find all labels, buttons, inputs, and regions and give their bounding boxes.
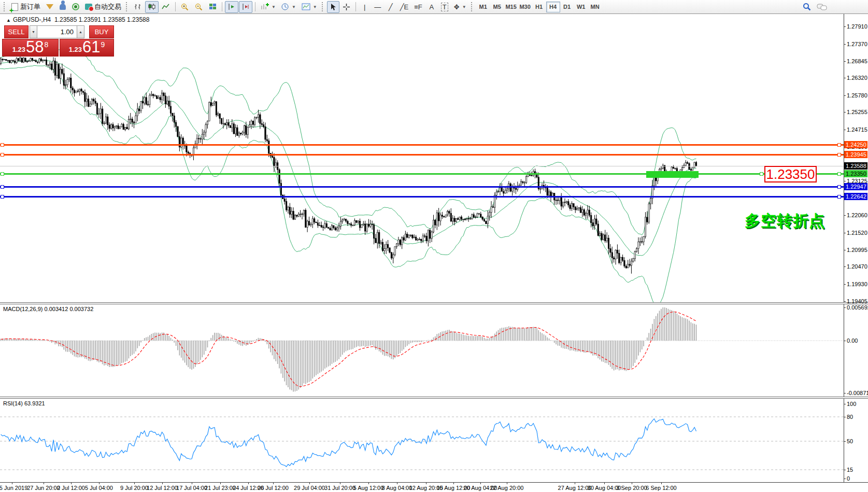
timeframe-m1-button[interactable]: M1 <box>476 2 490 12</box>
hline-handle[interactable] <box>837 195 841 199</box>
candle-body <box>296 215 297 216</box>
channel-button[interactable]: ╱E <box>397 1 411 13</box>
zoom-out-button[interactable] <box>192 1 206 13</box>
crosshair-button[interactable] <box>340 1 353 13</box>
timeframe-mn-button[interactable]: MN <box>588 2 602 12</box>
time-axis[interactable]: 25 Jun 201927 Jun 20:002 Jul 12:005 Jul … <box>0 482 868 492</box>
timeframe-d1-button[interactable]: D1 <box>560 2 574 12</box>
time-axis-tick <box>12 483 12 484</box>
candle-body <box>473 215 474 217</box>
panel-separator[interactable] <box>0 302 868 304</box>
hline-1.22947[interactable] <box>0 186 844 188</box>
candle-body <box>266 139 267 141</box>
volume-decrease-button[interactable]: ▼ <box>30 25 37 38</box>
timeframe-m5-button[interactable]: M5 <box>490 2 504 12</box>
support-highlight-rect[interactable] <box>646 171 699 178</box>
macd-indicator-panel[interactable] <box>0 304 844 397</box>
templates-button[interactable]: ▼ <box>299 1 320 13</box>
hline-handle[interactable] <box>837 185 841 189</box>
periods-button[interactable]: ▼ <box>279 1 298 13</box>
timeframe-w1-button[interactable]: W1 <box>574 2 588 12</box>
hline-handle[interactable] <box>837 153 841 157</box>
arrows-button[interactable]: ✥▼ <box>451 1 469 13</box>
toolbar-grip[interactable] <box>471 2 474 11</box>
candle-body <box>377 232 378 243</box>
hline-handle[interactable] <box>1 172 4 176</box>
bar-chart-button[interactable] <box>131 1 145 13</box>
hline-handle[interactable] <box>1 153 4 157</box>
main-price-chart[interactable] <box>0 14 844 303</box>
timeframe-m30-button[interactable]: M30 <box>518 2 532 12</box>
timeframe-h4-button[interactable]: H4 <box>546 2 560 12</box>
candle-body <box>158 97 159 99</box>
candle-body <box>466 218 467 220</box>
auto-trading-button[interactable]: 自动交易 <box>82 1 124 13</box>
text-button[interactable]: A <box>425 1 438 13</box>
buy-button[interactable]: BUY <box>89 25 114 38</box>
candle-body <box>342 220 343 221</box>
candle-body <box>492 207 493 207</box>
hline-1.24250[interactable] <box>0 144 844 146</box>
buy-price-button[interactable]: 1.23 61 9 <box>60 39 114 57</box>
horizontal-line-button[interactable]: — <box>372 1 384 13</box>
fibonacci-button[interactable]: ≡F <box>411 1 425 13</box>
line-chart-button[interactable] <box>159 1 173 13</box>
price-level-callout[interactable]: 1.23350 <box>764 166 817 182</box>
chat-button[interactable] <box>814 1 830 13</box>
volume-input[interactable] <box>37 25 77 38</box>
pivot-annotation-text[interactable]: 多空转折点 <box>745 210 825 232</box>
candle-body <box>566 202 567 203</box>
candlestick-chart-button[interactable] <box>145 1 159 13</box>
timeframe-m15-button[interactable]: M15 <box>504 2 518 12</box>
toolbar-grip[interactable] <box>4 2 7 11</box>
indicator-tick-mark <box>844 393 846 393</box>
hline-handle[interactable] <box>1 195 4 199</box>
channel-icon: ╱E <box>400 3 409 11</box>
chart-shift-button[interactable] <box>239 1 252 13</box>
profile-button[interactable] <box>56 1 69 13</box>
hline-handle[interactable] <box>1 143 4 147</box>
indicators-button[interactable]: ▼ <box>258 1 278 13</box>
candle-body <box>70 78 72 88</box>
new-order-button[interactable]: 新订单 <box>9 1 43 13</box>
vertical-line-button[interactable]: | <box>359 1 371 13</box>
signals-button[interactable] <box>69 1 82 13</box>
candle-body <box>202 134 203 139</box>
volume-increase-button[interactable]: ▲ <box>77 25 84 38</box>
candle-body <box>142 102 143 103</box>
indicator-tick-mark <box>844 404 846 404</box>
time-axis-label: 31 Jul 20:00 <box>324 485 355 491</box>
candle-body <box>219 114 220 118</box>
candle-body <box>475 217 476 217</box>
hline-1.23350[interactable] <box>0 173 844 175</box>
styler-button[interactable] <box>44 1 56 13</box>
hline-handle[interactable] <box>837 172 841 176</box>
hline-handle[interactable] <box>760 172 763 176</box>
candle-body <box>84 93 86 102</box>
auto-scroll-button[interactable] <box>225 1 238 13</box>
hline-1.23588[interactable] <box>0 166 844 166</box>
candle-body <box>110 124 111 129</box>
sell-price-button[interactable]: 1.23 58 8 <box>2 39 59 57</box>
sell-button[interactable]: SELL <box>4 25 29 38</box>
tile-windows-button[interactable] <box>206 1 219 13</box>
toolbar-grip[interactable] <box>322 2 325 11</box>
toolbar-grip[interactable] <box>126 2 129 11</box>
candle-body <box>571 204 572 209</box>
timeframe-h1-button[interactable]: H1 <box>532 2 546 12</box>
zoom-in-button[interactable] <box>178 1 192 13</box>
hline-1.22642[interactable] <box>0 196 844 198</box>
panel-separator[interactable] <box>0 397 868 399</box>
hline-handle[interactable] <box>837 143 841 147</box>
hline-handle[interactable] <box>1 185 4 189</box>
hline-1.23945[interactable] <box>0 154 844 156</box>
candle-body <box>98 114 99 115</box>
cursor-button[interactable] <box>327 1 339 13</box>
text-label-button[interactable]: T <box>438 1 451 13</box>
search-button[interactable] <box>800 1 814 13</box>
rsi-indicator-panel[interactable] <box>0 399 844 482</box>
trendline-button[interactable]: ╱ <box>385 1 397 13</box>
candle-body <box>570 205 571 209</box>
horizontal-line-icon: — <box>374 3 381 11</box>
time-axis-label: 6 Sep 12:00 <box>646 485 676 491</box>
